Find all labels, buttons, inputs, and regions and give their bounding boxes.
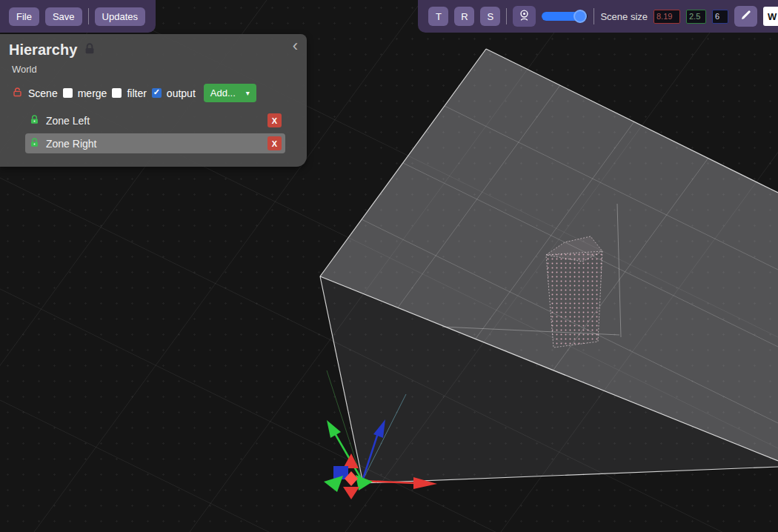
- list-item-zone-left[interactable]: Zone Left X: [25, 110, 285, 130]
- unlock-icon-red[interactable]: [12, 87, 23, 100]
- lock-icon-green[interactable]: [29, 114, 40, 127]
- output-label[interactable]: output: [167, 87, 196, 99]
- merge-checkbox[interactable]: [63, 88, 73, 98]
- world-dropdown-label: W: [768, 11, 777, 22]
- toolbar-separator: [594, 8, 594, 24]
- toolbar-left: File Save Updates: [0, 0, 156, 33]
- panel-title: Hierarchy: [9, 41, 77, 59]
- zone-label: Zone Left: [46, 115, 90, 127]
- toolbar-separator: [506, 8, 507, 24]
- scene-size-x-input[interactable]: [654, 10, 680, 24]
- toolbar-separator: [88, 8, 89, 24]
- app-window: File Save Updates T R S Scene size: [0, 0, 778, 532]
- add-dropdown-label: Add...: [210, 87, 236, 99]
- file-button[interactable]: File: [9, 7, 39, 26]
- merge-label[interactable]: merge: [78, 87, 107, 99]
- add-dropdown[interactable]: Add... ▾: [204, 84, 256, 102]
- updates-button[interactable]: Updates: [95, 7, 145, 26]
- translate-tool-button[interactable]: T: [428, 7, 448, 26]
- save-button[interactable]: Save: [45, 7, 82, 26]
- scene-size-z-input[interactable]: [712, 10, 728, 24]
- hierarchy-panel: ‹ Hierarchy World Scene merge: [0, 34, 307, 167]
- list-item-zone-right[interactable]: Zone Right X: [25, 133, 285, 153]
- dotted-pillar[interactable]: [546, 236, 602, 348]
- lock-icon[interactable]: [83, 42, 96, 59]
- slider-knob[interactable]: [573, 10, 587, 23]
- world-root-label: World: [12, 64, 307, 75]
- pencil-icon: [740, 9, 752, 24]
- lock-icon-green[interactable]: [29, 137, 40, 150]
- camera-button[interactable]: [513, 6, 536, 27]
- camera-icon: [517, 8, 531, 25]
- world-dropdown[interactable]: W: [763, 7, 778, 26]
- zone-label: Zone Right: [46, 138, 96, 150]
- gizmo-y-arrow[interactable]: [327, 420, 341, 438]
- output-checkbox[interactable]: [152, 88, 162, 98]
- toolbar-right: T R S Scene size: [418, 0, 778, 33]
- pillar-body[interactable]: [546, 251, 602, 348]
- scene-size-y-input[interactable]: [686, 10, 706, 24]
- zone-list: Zone Left X Zone Right X: [0, 110, 307, 153]
- scale-tool-button[interactable]: S: [480, 7, 500, 26]
- edit-button[interactable]: [734, 6, 757, 27]
- delete-zone-button[interactable]: X: [267, 136, 282, 150]
- filter-label[interactable]: filter: [127, 87, 146, 99]
- scene-label[interactable]: Scene: [28, 87, 58, 99]
- filter-checkbox[interactable]: [112, 88, 122, 98]
- collapse-panel-button[interactable]: ‹: [293, 39, 298, 53]
- chevron-down-icon: ▾: [246, 89, 250, 97]
- blue-slider[interactable]: [542, 12, 588, 21]
- scene-row: Scene merge filter output Add... ▾: [12, 84, 299, 102]
- scene-size-label: Scene size: [600, 11, 648, 22]
- rotate-tool-button[interactable]: R: [454, 7, 474, 26]
- delete-zone-button[interactable]: X: [267, 113, 282, 127]
